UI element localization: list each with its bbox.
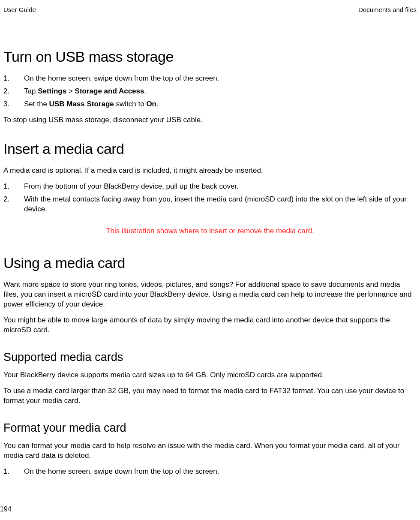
supported-p2: To use a media card larger than 32 GB, y…: [3, 386, 417, 406]
insert-steps: From the bottom of your BlackBerry devic…: [3, 182, 417, 214]
header-right: Documents and files: [358, 6, 417, 13]
list-item: With the metal contacts facing away from…: [3, 195, 417, 214]
list-item: On the home screen, swipe down from the …: [3, 467, 417, 477]
format-p1: You can format your media card to help r…: [3, 441, 417, 461]
format-steps: On the home screen, swipe down from the …: [3, 467, 417, 477]
section-title-usb: Turn on USB mass storage: [3, 48, 417, 65]
section-title-using: Using a media card: [3, 255, 417, 271]
page-number: 194: [0, 505, 12, 513]
list-item: Tap Settings > Storage and Access.: [3, 87, 417, 96]
list-item: Set the USB Mass Storage switch to On.: [3, 99, 417, 109]
using-p1: Want more space to store your ring tones…: [3, 280, 417, 310]
list-item: On the home screen, swipe down from the …: [3, 74, 417, 84]
usb-note: To stop using USB mass storage, disconne…: [3, 115, 417, 125]
usb-steps: On the home screen, swipe down from the …: [3, 74, 417, 109]
subsection-title-supported: Supported media cards: [3, 351, 417, 364]
list-item: From the bottom of your BlackBerry devic…: [3, 182, 417, 192]
page-header: User Guide Documents and files: [3, 6, 417, 13]
header-left: User Guide: [3, 6, 36, 13]
illustration-caption: This illustration shows where to insert …: [3, 226, 417, 236]
subsection-title-format: Format your media card: [3, 421, 417, 435]
using-p2: You might be able to move large amounts …: [3, 316, 417, 335]
section-title-insert: Insert a media card: [3, 141, 417, 157]
insert-intro: A media card is optional. If a media car…: [3, 166, 417, 176]
page-content: Turn on USB mass storage On the home scr…: [3, 48, 417, 477]
supported-p1: Your BlackBerry device supports media ca…: [3, 370, 417, 380]
